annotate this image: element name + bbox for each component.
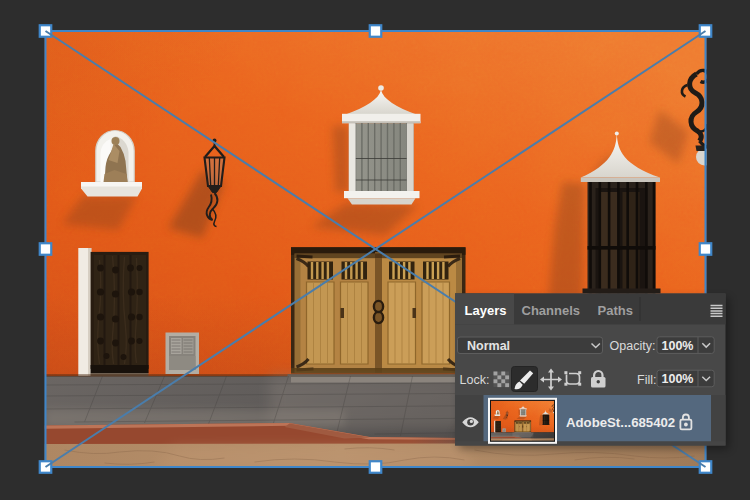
svg-text:Channels: Channels	[522, 303, 581, 318]
svg-text:100%: 100%	[662, 339, 694, 353]
svg-text:AdobeSt...685402: AdobeSt...685402	[566, 415, 675, 430]
svg-text:Paths: Paths	[598, 303, 633, 318]
svg-text:Opacity:: Opacity:	[610, 339, 656, 353]
svg-text:Normal: Normal	[467, 339, 510, 353]
svg-text:Layers: Layers	[465, 303, 507, 318]
svg-text:Fill:: Fill:	[637, 373, 656, 387]
svg-text:100%: 100%	[662, 372, 694, 386]
svg-text:Lock:: Lock:	[460, 373, 490, 387]
